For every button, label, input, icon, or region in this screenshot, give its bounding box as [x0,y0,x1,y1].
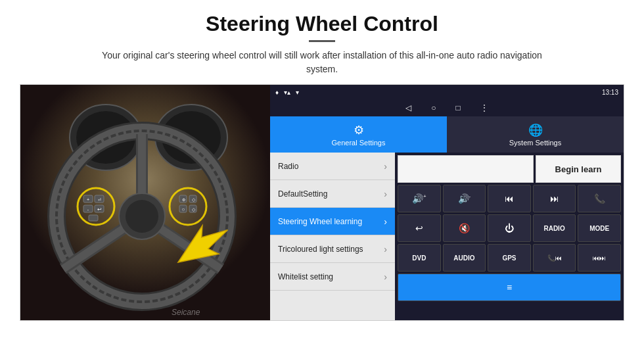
radio-label-text: RADIO [543,225,564,232]
title-divider [309,40,335,42]
svg-point-16 [126,200,158,233]
status-bar: ♦ ▾▴ ▾ 13:13 [270,85,624,99]
next-track-icon: ⏭ [550,193,559,204]
bottom-icon-row: ≡ [398,274,621,301]
status-bar-left: ♦ ▾▴ ▾ [275,89,299,96]
tab-system-label: System Settings [509,139,561,147]
clock: 13:13 [602,89,618,96]
menu-item-whitelist[interactable]: Whitelist setting › [270,263,395,291]
svg-text:Seicane: Seicane [172,308,200,317]
home-nav-btn[interactable]: ○ [431,103,436,112]
volume-down-btn[interactable]: 🔊- [443,185,486,212]
page-container: Steering Wheel Control Your original car… [0,0,644,359]
menu-item-steering[interactable]: Steering Wheel learning › [270,208,395,235]
menu-item-tricoloured[interactable]: Tricoloured light settings › [270,235,395,263]
radio-row: Begin learn [398,155,621,183]
gps-btn[interactable]: GPS [488,244,531,272]
svg-text:○: ○ [182,206,185,212]
general-settings-icon: ⚙ [354,123,364,137]
signal-bars: ▾▴ [284,89,290,96]
ctrl-buttons-row-1: 🔊+ 🔊- ⏮ ⏭ 📞 [398,185,621,212]
volume-up-icon: 🔊+ [412,193,426,204]
gps-label-text: GPS [502,254,516,262]
menu-item-radio[interactable]: Radio › [270,153,395,180]
phone-btn[interactable]: 📞 [578,185,621,212]
status-bar-right: 13:13 [602,89,618,96]
mute-icon: 🔇 [459,223,470,233]
menu-tricoloured-chevron: › [384,244,387,254]
audio-label-text: AUDIO [453,254,474,262]
svg-rect-26 [89,215,98,221]
volume-up-btn[interactable]: 🔊+ [398,185,441,212]
prev-track-btn[interactable]: ⏮ [488,185,531,212]
buttons-panel: Begin learn 🔊+ 🔊- ⏮ [395,153,624,321]
wifi-icon: ▾ [296,89,299,96]
steering-wheel-inner: ● [20,85,270,321]
settings-tabs: ⚙ General Settings 🌐 System Settings [270,116,624,153]
back-call-icon: ↩ [415,223,423,233]
nav-row: ◁ ○ □ ⋮ [270,99,624,116]
svg-text:⚙: ⚙ [182,198,185,202]
svg-text:+: + [87,197,89,202]
dvd-btn[interactable]: DVD [398,244,441,272]
settings-menu: Radio › DefaultSetting › Steering Wheel … [270,153,395,321]
mute-btn[interactable]: 🔇 [443,214,486,242]
svg-text:↩: ↩ [97,206,102,212]
menu-whitelist-chevron: › [384,272,387,282]
tab-general-label: General Settings [332,139,386,147]
content-area: ● [20,84,624,321]
back-nav-btn[interactable]: ◁ [405,103,411,112]
ctrl-buttons-row-2: ↩ 🔇 ⏻ RADIO MODE [398,214,621,242]
tab-general[interactable]: ⚙ General Settings [270,116,447,153]
steering-wheel-photo: ● [20,85,270,321]
next-track-btn[interactable]: ⏭ [533,185,576,212]
system-settings-icon: 🌐 [528,123,543,137]
ctrl-buttons-row-3: DVD AUDIO GPS 📞⏮ ⏮⏭ [398,244,621,272]
menu-radio-chevron: › [384,161,387,172]
phone-prev-btn[interactable]: 📞⏮ [533,244,576,272]
prev-track-icon: ⏮ [505,193,514,204]
menu-icon-btn[interactable]: ≡ [398,274,621,301]
page-subtitle: Your original car's steering wheel contr… [92,49,552,76]
ui-panel: ♦ ▾▴ ▾ 13:13 ◁ ○ □ ⋮ ⚙ General Setting [270,85,624,321]
volume-down-icon: 🔊- [458,193,471,204]
prev-next-btn[interactable]: ⏮⏭ [578,244,621,272]
tab-system[interactable]: 🌐 System Settings [447,116,624,153]
radio-label-btn[interactable]: RADIO [533,214,576,242]
menu-tricoloured-label: Tricoloured light settings [278,245,363,254]
mode-label-text: MODE [589,225,609,232]
page-title: Steering Wheel Control [20,12,624,36]
svg-text:⏎: ⏎ [98,198,101,202]
mode-btn[interactable]: MODE [578,214,621,242]
menu-steering-label: Steering Wheel learning [278,217,362,226]
location-icon: ♦ [275,89,279,96]
title-section: Steering Wheel Control Your original car… [20,12,624,84]
menu-whitelist-label: Whitelist setting [278,272,333,281]
power-btn[interactable]: ⏻ [488,214,531,242]
menu-icon: ≡ [507,282,512,293]
settings-main: Radio › DefaultSetting › Steering Wheel … [270,153,624,321]
audio-btn[interactable]: AUDIO [443,244,486,272]
menu-steering-chevron: › [384,216,387,227]
power-icon: ⏻ [505,223,514,233]
phone-icon: 📞 [594,193,605,204]
dvd-label-text: DVD [412,254,426,262]
prev-next-icon: ⏮⏭ [593,254,606,262]
menu-default-label: DefaultSetting [278,189,327,199]
phone-prev-icon: 📞⏮ [547,254,562,262]
menu-default-chevron: › [384,189,387,199]
recents-nav-btn[interactable]: □ [456,103,461,112]
menu-radio-label: Radio [278,162,298,171]
menu-nav-btn[interactable]: ⋮ [480,103,488,112]
radio-input-area [398,155,534,183]
begin-learn-button[interactable]: Begin learn [536,155,621,183]
menu-item-default[interactable]: DefaultSetting › [270,180,395,208]
back-call-btn[interactable]: ↩ [398,214,441,242]
